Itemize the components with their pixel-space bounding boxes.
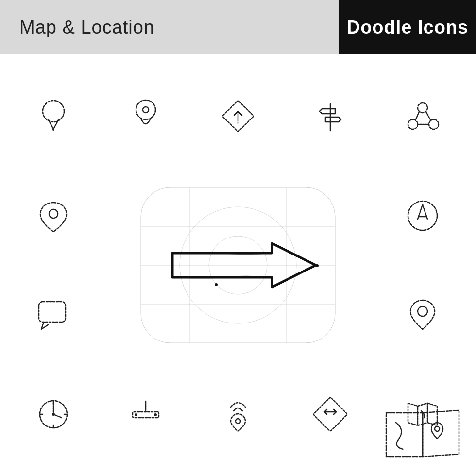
icon-compass-nav [379, 169, 466, 263]
svg-line-11 [415, 112, 419, 120]
svg-point-25 [316, 264, 319, 267]
icon-signpost [287, 69, 374, 164]
svg-rect-44 [313, 397, 348, 431]
svg-point-10 [429, 119, 439, 129]
icon-compass-clock [10, 367, 97, 462]
page-title: Map & Location [19, 17, 154, 38]
svg-point-1 [52, 129, 54, 131]
icon-diamond-direction [287, 367, 374, 462]
icon-network [379, 69, 466, 164]
svg-rect-28 [39, 302, 66, 322]
icon-pin-balloon [10, 69, 97, 164]
svg-point-41 [135, 413, 137, 416]
icon-diamond-arrow [194, 69, 282, 164]
svg-point-29 [418, 306, 427, 316]
svg-point-3 [143, 107, 149, 113]
icon-location-pin-circle [10, 169, 97, 263]
brand-title: Doodle Icons [347, 17, 469, 38]
icon-folded-map [379, 367, 466, 462]
header-right: Doodle Icons [339, 0, 476, 54]
icon-speech-bubble-pin [10, 268, 97, 362]
icon-location-pin-signal [194, 367, 282, 462]
icon-location-pin-simple [379, 268, 466, 362]
icon-grid [0, 54, 476, 476]
svg-point-14 [49, 209, 58, 218]
svg-line-33 [53, 414, 62, 418]
icon-route-marker [102, 367, 189, 462]
svg-point-42 [154, 413, 157, 416]
header: Map & Location Doodle Icons [0, 0, 476, 54]
header-left: Map & Location [0, 0, 339, 54]
svg-point-0 [43, 101, 64, 122]
svg-line-12 [426, 112, 431, 120]
icon-featured-arrow [102, 169, 374, 362]
svg-point-43 [236, 419, 240, 424]
icon-pin-speech [102, 69, 189, 164]
svg-point-9 [408, 119, 418, 129]
svg-point-2 [136, 100, 155, 119]
svg-point-24 [215, 283, 218, 286]
